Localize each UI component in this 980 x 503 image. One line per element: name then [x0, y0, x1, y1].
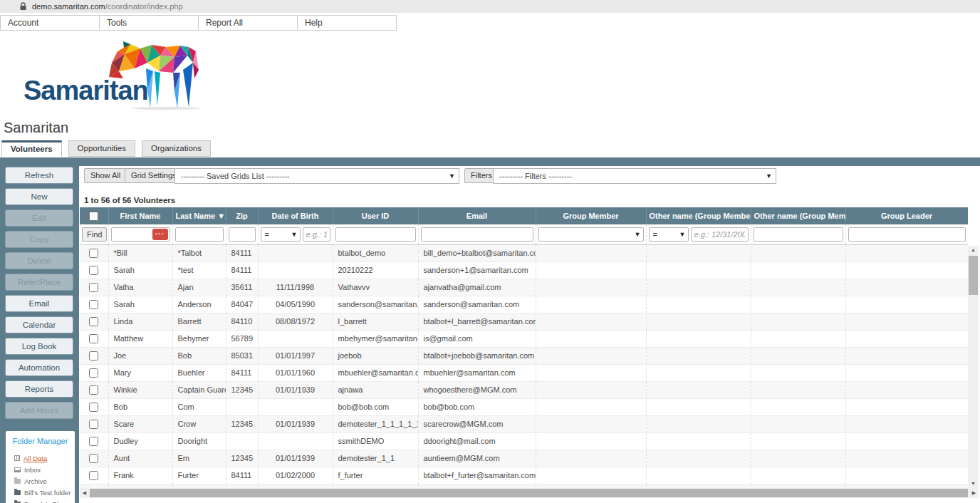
calendar-button[interactable]: Calendar — [6, 317, 73, 333]
dob-filter-input[interactable] — [303, 227, 330, 242]
row-checkbox[interactable] — [89, 471, 98, 480]
folder-item-all-data[interactable]: All Data — [6, 452, 75, 464]
cell-empty — [536, 244, 646, 261]
cell-last-name: Bob — [172, 347, 226, 364]
cell-date-of-birth: 01/01/1939 — [258, 381, 333, 398]
row-checkbox[interactable] — [89, 368, 98, 378]
menu-item-help[interactable]: Help — [297, 15, 397, 31]
table-row[interactable]: MaryBuehler8411101/01/1960mbuehler@samar… — [80, 364, 968, 381]
tab-organizations[interactable]: Organizations — [142, 140, 211, 157]
log-book-button[interactable]: Log Book — [6, 338, 73, 354]
saved-grids-select[interactable]: --------- Saved Grids List --------- ▼ — [174, 168, 459, 184]
scroll-up-icon[interactable]: ▲ — [968, 246, 979, 254]
cell-empty — [646, 398, 751, 415]
row-checkbox[interactable] — [89, 249, 98, 258]
table-row[interactable]: WinkieCaptain Guard1234501/01/1939ajnawa… — [80, 381, 968, 398]
cell-email: bill_demo+btalbot@samaritan.com — [418, 244, 536, 261]
col-header-other-name-date[interactable]: Other name (Group Member) Date — [646, 207, 751, 224]
menu-item-tools[interactable]: Tools — [99, 15, 199, 31]
filters-select[interactable]: --------- Filters --------- ▼ — [493, 168, 776, 184]
col-header-group-member[interactable]: Group Member — [536, 207, 646, 224]
automation-button[interactable]: Automation — [6, 360, 73, 375]
cell-empty — [751, 296, 845, 313]
table-row[interactable]: LindaBarrett8411008/08/1972l_barrettbtal… — [80, 313, 968, 330]
col-header-email[interactable]: Email — [418, 207, 536, 224]
folder-item-inbox[interactable]: Inbox — [6, 464, 75, 475]
scroll-down-icon[interactable]: ▼ — [968, 479, 979, 488]
email-filter-input[interactable] — [421, 227, 533, 242]
table-row[interactable]: MatthewBehymer56789mbehymer@samaritan.co… — [80, 330, 968, 347]
row-checkbox[interactable] — [89, 266, 98, 275]
group-leader-filter-input[interactable] — [848, 227, 966, 242]
col-header-zip[interactable]: Zip — [226, 207, 258, 224]
new-button[interactable]: New — [6, 189, 73, 204]
email-button[interactable]: Email — [6, 296, 73, 311]
col-header-other-name[interactable]: Other name (Group Member) — [751, 207, 845, 224]
folder-item-bills-test-folder[interactable]: Bill's Test folder — [6, 487, 75, 498]
select-all-checkbox[interactable] — [89, 212, 98, 221]
horizontal-scrollbar[interactable]: ◀ ▶ — [80, 488, 979, 498]
scroll-right-icon[interactable]: ▶ — [969, 488, 979, 498]
cell-email: btalbot+l_barrett@samaritan.com — [418, 313, 536, 330]
group-member-filter-select[interactable]: ▼ — [538, 227, 644, 242]
table-row[interactable]: Sarah*test8411120210222sanderson+1@samar… — [80, 261, 968, 279]
menu-item-account[interactable]: Account — [0, 15, 100, 31]
tab-opportunities[interactable]: Opportunities — [68, 140, 135, 157]
find-button[interactable]: Find — [82, 227, 107, 242]
row-checkbox[interactable] — [89, 437, 98, 446]
col-header-last-name[interactable]: Last Name ▼1 — [172, 207, 226, 224]
other-name-date-filter-input[interactable] — [691, 227, 749, 242]
horizontal-scrollbar-thumb[interactable] — [90, 489, 968, 497]
dob-operator-select[interactable]: =▼ — [261, 227, 301, 242]
more-options-icon[interactable]: ··· — [152, 229, 168, 240]
user-id-filter-input[interactable] — [335, 227, 416, 242]
table-row[interactable]: SarahAnderson8404704/05/1990sanderson@sa… — [80, 296, 968, 313]
table-row[interactable]: *Bill*Talbot84111btalbot_demobill_demo+b… — [80, 244, 968, 261]
table-row[interactable]: ScareCrow1234501/01/1939demotester_1_1_1… — [80, 415, 968, 432]
reports-button[interactable]: Reports — [6, 381, 73, 397]
tab-volunteers[interactable]: Volunteers — [1, 140, 62, 157]
col-header-date-of-birth[interactable]: Date of Birth — [258, 207, 333, 224]
folder-manager-title[interactable]: Folder Manager — [6, 437, 75, 445]
last-name-filter-input[interactable] — [175, 227, 224, 242]
col-header-group-leader[interactable]: Group Leader — [845, 207, 968, 224]
col-header-user-id[interactable]: User ID — [333, 207, 418, 224]
table-row[interactable]: JoeBob8503101/01/1997joebobbtalbot+joebo… — [80, 347, 968, 364]
row-checkbox[interactable] — [89, 385, 98, 395]
other-name-date-operator-select[interactable]: =▼ — [649, 227, 689, 242]
row-checkbox[interactable] — [89, 317, 98, 326]
row-checkbox[interactable] — [89, 300, 98, 309]
row-checkbox[interactable] — [89, 351, 98, 361]
cell-user-id: f_furter — [333, 467, 418, 484]
folder-item-archive[interactable]: Archive — [6, 475, 75, 487]
table-row[interactable]: VathaAjan3561111/11/1998Vathavvvajanvath… — [80, 279, 968, 296]
table-row[interactable]: BobCombob@bob.combob@bob.com — [80, 398, 968, 415]
row-checkbox[interactable] — [89, 420, 98, 429]
other-name-filter-input[interactable] — [754, 227, 843, 242]
table-row[interactable]: FrankFurter8411101/02/2000f_furterbtalbo… — [80, 467, 968, 484]
cell-zip: 84111 — [226, 244, 258, 261]
folder-item-brendas[interactable]: Brenda's Pl — [6, 498, 75, 503]
row-checkbox[interactable] — [89, 454, 98, 463]
vertical-scrollbar-thumb[interactable] — [969, 256, 978, 295]
cell-empty — [536, 450, 646, 467]
table-row[interactable]: DudleyDoorightssmithDEMOddooright@mail.c… — [80, 432, 968, 450]
cell-empty — [646, 467, 751, 484]
select-all-header[interactable] — [80, 207, 108, 224]
row-checkbox[interactable] — [89, 334, 98, 343]
cell-email: auntieem@MGM.com — [418, 450, 536, 467]
row-checkbox[interactable] — [89, 403, 98, 412]
row-checkbox[interactable] — [89, 283, 98, 292]
table-row[interactable]: AuntEm1234501/01/1939demotester_1_1aunti… — [80, 450, 968, 467]
col-header-first-name[interactable]: First Name — [108, 207, 172, 224]
vertical-scrollbar[interactable]: ▲ ▼ — [968, 246, 979, 488]
cell-first-name: Mary — [108, 364, 172, 381]
refresh-button[interactable]: Refresh — [6, 167, 73, 183]
zip-filter-input[interactable] — [229, 227, 256, 242]
url-path[interactable]: /coordinator/index.php — [105, 2, 183, 11]
menu-item-report-all[interactable]: Report All — [198, 15, 298, 31]
show-all-button[interactable]: Show All — [84, 168, 127, 183]
scroll-left-icon[interactable]: ◀ — [80, 488, 89, 498]
cell-empty — [845, 432, 968, 450]
url-host[interactable]: demo.samaritan.com — [32, 2, 105, 11]
